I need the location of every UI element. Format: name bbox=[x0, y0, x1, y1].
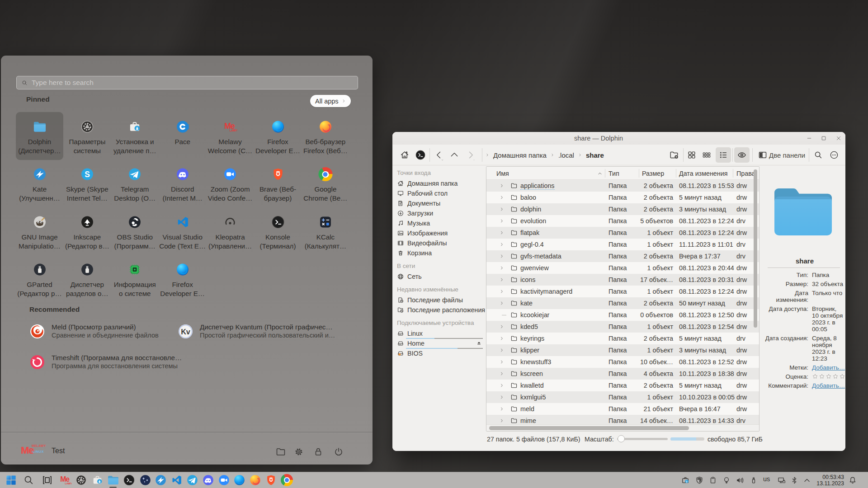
expand-arrow-icon[interactable] bbox=[500, 277, 504, 282]
expand-arrow-icon[interactable] bbox=[500, 207, 504, 211]
expand-arrow-icon[interactable] bbox=[500, 324, 504, 329]
expand-arrow-icon[interactable] bbox=[500, 219, 504, 223]
file-row-keyrings[interactable]: keyringsПапка2 объекта5 минут назадdrv bbox=[486, 333, 759, 344]
breadcrumb-item[interactable]: share bbox=[586, 151, 604, 159]
task-discover[interactable] bbox=[91, 474, 104, 486]
task-kate[interactable] bbox=[155, 474, 167, 486]
file-row-meld[interactable]: meldПапка21 объектВчера в 16:47drw bbox=[486, 403, 759, 415]
split-view-label[interactable]: Две панели bbox=[769, 145, 805, 165]
clock[interactable]: 00:53:43 13.11.2023 bbox=[813, 474, 844, 487]
file-row-gwenview[interactable]: gwenviewПапка1 объект08.11.2023 в 20:44d… bbox=[486, 262, 759, 274]
app-skype-skype[interactable]: SSkype (SkypeInternet Tel… bbox=[63, 160, 111, 207]
app-kcalc[interactable]: KCalc(Калькулят… bbox=[302, 207, 349, 255]
app-inkscape[interactable]: Inkscape(Редактор в… bbox=[63, 207, 111, 255]
places-item-загрузки[interactable]: Загрузки bbox=[397, 208, 433, 218]
app-firefox[interactable]: FirefoxDeveloper E… bbox=[254, 112, 302, 160]
forward-dropdown-icon[interactable] bbox=[472, 159, 476, 161]
task-discord[interactable] bbox=[202, 474, 214, 486]
task-zoom[interactable] bbox=[218, 474, 230, 486]
places-item-рабочий-стол[interactable]: Рабочий стол bbox=[397, 188, 448, 198]
maximize-button[interactable] bbox=[821, 135, 827, 141]
file-row-gvfs-metadata[interactable]: gvfs-metadataПапка2 объектаВчера в 17:37… bbox=[486, 250, 759, 262]
task-konsole[interactable] bbox=[123, 474, 135, 486]
app-obs-studio[interactable]: OBS Studio(Программ… bbox=[111, 207, 159, 255]
up-button[interactable] bbox=[450, 150, 459, 160]
app--[interactable]: Веб-браузерFirefox (Веб… bbox=[302, 112, 349, 160]
clipboard-tray-icon[interactable] bbox=[708, 476, 717, 485]
places-item-bios[interactable]: BIOS bbox=[397, 348, 423, 358]
app-dolphin[interactable]: Dolphin(Диспетчер… bbox=[16, 112, 63, 160]
file-row-baloo[interactable]: balooПапка2 объекта5 минут назадdrw bbox=[486, 192, 759, 203]
app-visual-studio[interactable]: Visual StudioCode (Text E… bbox=[159, 207, 206, 255]
search-button[interactable] bbox=[23, 474, 35, 486]
app--[interactable]: Диспетчерразделов о… bbox=[63, 255, 111, 303]
lock-button[interactable] bbox=[313, 446, 324, 457]
minimize-button[interactable] bbox=[806, 135, 812, 141]
expand-arrow-icon[interactable] bbox=[500, 183, 504, 188]
expand-arrow-icon[interactable] bbox=[500, 254, 504, 258]
app-konsole[interactable]: Konsole(Терминал) bbox=[254, 207, 302, 255]
expand-arrow-icon[interactable] bbox=[500, 407, 504, 411]
column-header-3[interactable]: Дата изменения bbox=[679, 167, 727, 180]
places-item-корзина[interactable]: Корзина bbox=[397, 248, 432, 258]
icons-view-button[interactable] bbox=[687, 150, 697, 160]
terminal-profile-icon[interactable] bbox=[415, 150, 426, 160]
expand-arrow-icon[interactable] bbox=[500, 242, 504, 247]
places-item-видеофайлы[interactable]: Видеофайлы bbox=[397, 238, 447, 248]
file-row-evolution[interactable]: evolutionПапка5 объектов08.11.2023 в 12:… bbox=[486, 215, 759, 227]
expand-arrow-icon[interactable] bbox=[500, 371, 504, 376]
app-kleopatra[interactable]: Kleopatra(Управлени… bbox=[207, 207, 254, 255]
expand-arrow-icon[interactable] bbox=[500, 195, 504, 200]
app-kate[interactable]: Kate(Улучшенн… bbox=[16, 160, 63, 207]
file-row-mime[interactable]: mimeПапка14 объек…08.11.2023 в 14:33drv bbox=[486, 415, 759, 424]
search-button[interactable] bbox=[813, 150, 823, 160]
app-google[interactable]: GoogleChrome (Be… bbox=[302, 160, 349, 207]
app-firefox[interactable]: FirefoxDeveloper E… bbox=[159, 255, 206, 303]
file-manager-button[interactable] bbox=[275, 446, 286, 457]
places-item-домашняя-папка[interactable]: Домашняя папка bbox=[397, 178, 458, 188]
star-icon[interactable] bbox=[826, 373, 832, 380]
star-icon[interactable] bbox=[812, 373, 818, 380]
file-row-kactivitymanagerd[interactable]: kactivitymanagerdПапка1 объект08.11.2023… bbox=[486, 286, 759, 297]
file-row-applications[interactable]: applicationsПапка2 объекта08.11.2023 в 1… bbox=[486, 180, 759, 192]
file-row-kscreen[interactable]: kscreenПапка4 объекта10.11.2023 в 18:38d… bbox=[486, 368, 759, 380]
task-firefox[interactable] bbox=[249, 474, 261, 486]
home-button[interactable] bbox=[400, 150, 410, 160]
expand-arrow-icon[interactable] bbox=[500, 230, 504, 235]
places-item-linux[interactable]: Linux bbox=[397, 328, 423, 338]
zoom-slider-knob[interactable] bbox=[618, 435, 625, 442]
file-row-kxmlgui5[interactable]: kxmlgui5Папка1 объект10.10.2023 в 00:05d… bbox=[486, 391, 759, 403]
task-system-settings[interactable] bbox=[75, 474, 87, 486]
bulb-tray-icon[interactable] bbox=[722, 476, 731, 485]
eject-button[interactable] bbox=[476, 340, 482, 346]
expand-arrow-icon[interactable] bbox=[500, 348, 504, 352]
app-telegram[interactable]: TelegramDesktop (O… bbox=[111, 160, 159, 207]
start-button[interactable] bbox=[5, 474, 17, 486]
breadcrumb-item[interactable]: .local bbox=[558, 151, 574, 159]
column-header-4[interactable]: Права bbox=[736, 167, 755, 180]
volume-tray-icon[interactable] bbox=[735, 476, 744, 485]
file-row-klipper[interactable]: klipperПапка1 объект3 минуты назадdrw bbox=[486, 344, 759, 356]
chevron-up-tray-icon[interactable] bbox=[802, 476, 811, 485]
file-row-knewstuff3[interactable]: knewstuff3Папка10 объек…08.11.2023 в 12:… bbox=[486, 356, 759, 368]
recommended-item[interactable]: KvДиспетчер Kvantum (Простой графичес…Пр… bbox=[177, 323, 322, 343]
launcher-search-input[interactable] bbox=[32, 79, 339, 87]
column-header-2[interactable]: Размер bbox=[642, 167, 664, 180]
task-brave[interactable] bbox=[265, 474, 277, 486]
file-row-kcookiejar[interactable]: kcookiejarПапка0 объектов08.11.2023 в 12… bbox=[486, 309, 759, 321]
task-vscode[interactable] bbox=[170, 474, 183, 486]
app--[interactable]: Информацияо системе bbox=[111, 255, 159, 303]
app-zoom-zoom[interactable]: Zoom (ZoomVideo Confe… bbox=[207, 160, 254, 207]
discover-badge-tray-icon[interactable] bbox=[681, 476, 690, 485]
app-discord[interactable]: Discord(Internet M… bbox=[159, 160, 206, 207]
app--[interactable]: Установка иудаление п… bbox=[111, 112, 159, 160]
task-firefox-developer[interactable] bbox=[233, 474, 245, 486]
all-apps-button[interactable]: All apps bbox=[310, 95, 351, 107]
forward-button[interactable] bbox=[466, 150, 475, 160]
monitor-lock-tray-icon[interactable] bbox=[777, 476, 786, 485]
file-row-flatpak[interactable]: flatpakПапка1 объект08.11.2023 в 12:24dr… bbox=[486, 227, 759, 239]
power-button[interactable] bbox=[333, 446, 344, 457]
file-row-dolphin[interactable]: dolphinПапка2 объекта3 минуты назадdrw bbox=[486, 203, 759, 215]
expand-arrow-icon[interactable] bbox=[500, 418, 504, 423]
settings-button[interactable] bbox=[293, 446, 304, 457]
